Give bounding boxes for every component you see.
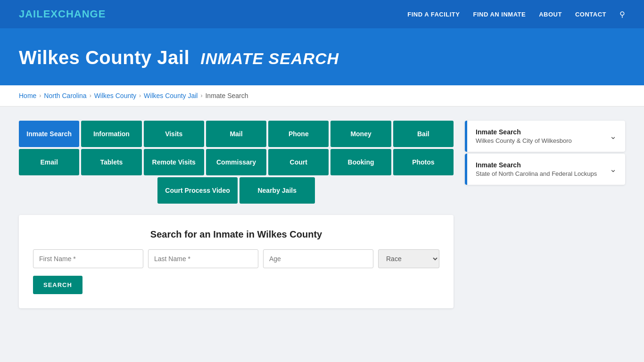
navbar-links: FIND A FACILITY FIND AN INMATE ABOUT CON…: [407, 10, 625, 19]
breadcrumb-home[interactable]: Home: [19, 92, 36, 99]
sidebar-state-subtitle: State of North Carolina and Federal Lock…: [476, 170, 597, 177]
tab-nearby-jails[interactable]: Nearby Jails: [239, 177, 315, 204]
tab-information[interactable]: Information: [81, 121, 141, 147]
tab-court-process-video[interactable]: Court Process Video: [157, 177, 237, 204]
search-fields: Race White Black Hispanic Asian Other: [33, 249, 439, 268]
contact-link[interactable]: CONTACT: [575, 11, 606, 18]
breadcrumb-wilkes-jail[interactable]: Wilkes County Jail: [144, 92, 198, 99]
logo-exchange: EXCHANGE: [43, 8, 106, 20]
tab-row-3: Court Process Video Nearby Jails: [19, 177, 454, 204]
find-facility-link[interactable]: FIND A FACILITY: [407, 11, 460, 18]
tab-row-1: Inmate Search Information Visits Mail Ph…: [19, 121, 454, 147]
sidebar-card-local-header[interactable]: Inmate Search Wilkes County & City of Wi…: [465, 121, 625, 152]
tab-phone[interactable]: Phone: [268, 121, 329, 147]
breadcrumb-current: Inmate Search: [205, 92, 248, 99]
page-title: Wilkes County Jail INMATE SEARCH: [19, 47, 625, 68]
last-name-input[interactable]: [148, 249, 258, 268]
tab-remote-visits[interactable]: Remote Visits: [144, 149, 204, 175]
site-logo[interactable]: JAILEXCHANGE: [19, 8, 106, 20]
tab-visits[interactable]: Visits: [144, 121, 204, 147]
tab-bail[interactable]: Bail: [393, 121, 454, 147]
search-title: Search for an Inmate in Wilkes County: [33, 229, 439, 240]
sidebar-card-state-text: Inmate Search State of North Carolina an…: [476, 161, 597, 177]
tab-tablets[interactable]: Tablets: [81, 149, 141, 175]
first-name-input[interactable]: [33, 249, 143, 268]
sidebar-card-state-header[interactable]: Inmate Search State of North Carolina an…: [465, 154, 625, 185]
chevron-down-icon: ⌄: [610, 131, 617, 141]
tab-inmate-search[interactable]: Inmate Search: [19, 121, 79, 147]
breadcrumb-nc[interactable]: North Carolina: [44, 92, 86, 99]
navbar: JAILEXCHANGE FIND A FACILITY FIND AN INM…: [0, 0, 644, 28]
search-button[interactable]: SEARCH: [33, 276, 83, 294]
search-icon[interactable]: ⚲: [619, 10, 625, 19]
chevron-down-icon-2: ⌄: [610, 164, 617, 174]
tab-email[interactable]: Email: [19, 149, 79, 175]
sidebar-card-local-text: Inmate Search Wilkes County & City of Wi…: [476, 128, 572, 144]
sep1: ›: [39, 92, 41, 99]
left-section: Inmate Search Information Visits Mail Ph…: [19, 121, 454, 308]
hero-section: Wilkes County Jail INMATE SEARCH: [0, 28, 644, 85]
sep3: ›: [139, 92, 141, 99]
sidebar-card-state: Inmate Search State of North Carolina an…: [465, 154, 625, 185]
sidebar-state-title: Inmate Search: [476, 161, 597, 169]
tab-row-2: Email Tablets Remote Visits Commissary C…: [19, 149, 454, 175]
tab-mail[interactable]: Mail: [206, 121, 266, 147]
sep4: ›: [200, 92, 202, 99]
main-content: Inmate Search Information Visits Mail Ph…: [0, 107, 644, 322]
race-select[interactable]: Race White Black Hispanic Asian Other: [378, 249, 439, 268]
logo-jail: JAIL: [19, 8, 43, 20]
tab-commissary[interactable]: Commissary: [206, 149, 266, 175]
search-box: Search for an Inmate in Wilkes County Ra…: [19, 215, 454, 308]
sidebar-local-subtitle: Wilkes County & City of Wilkesboro: [476, 137, 572, 144]
breadcrumb: Home › North Carolina › Wilkes County › …: [0, 85, 644, 107]
about-link[interactable]: ABOUT: [539, 11, 562, 18]
tab-photos[interactable]: Photos: [393, 149, 454, 175]
right-sidebar: Inmate Search Wilkes County & City of Wi…: [465, 121, 625, 187]
tab-money[interactable]: Money: [330, 121, 391, 147]
tab-court[interactable]: Court: [268, 149, 329, 175]
tab-booking[interactable]: Booking: [330, 149, 391, 175]
hero-title-main: Wilkes County Jail: [19, 47, 190, 68]
sep2: ›: [90, 92, 91, 99]
age-input[interactable]: [263, 249, 373, 268]
find-inmate-link[interactable]: FIND AN INMATE: [473, 11, 526, 18]
sidebar-local-title: Inmate Search: [476, 128, 572, 136]
breadcrumb-wilkes-county[interactable]: Wilkes County: [94, 92, 136, 99]
sidebar-card-local: Inmate Search Wilkes County & City of Wi…: [465, 121, 625, 152]
hero-title-italic: INMATE SEARCH: [200, 49, 339, 67]
